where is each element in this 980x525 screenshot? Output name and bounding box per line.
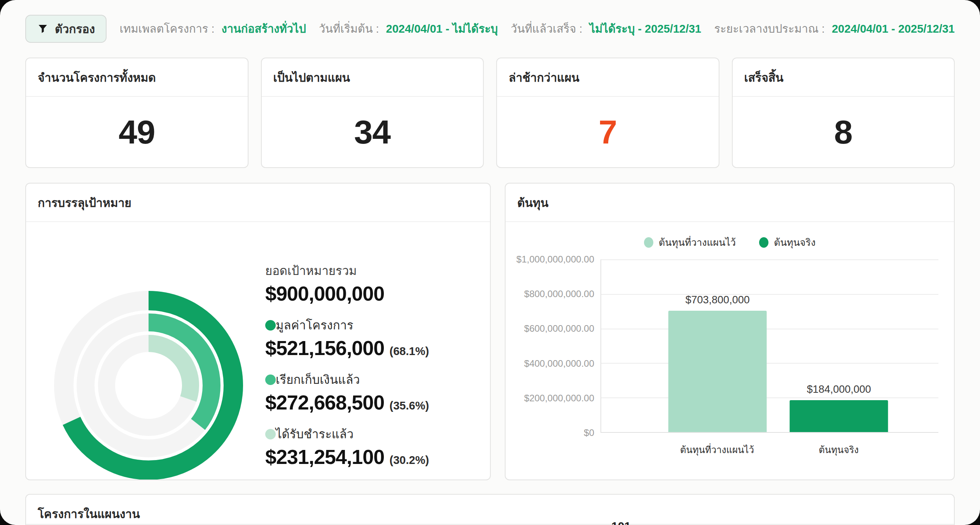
bottom-panel-title: โครงการในแผนงาน bbox=[26, 495, 954, 525]
cost-panel-title: ต้นทุน bbox=[506, 184, 954, 222]
filter-field-value[interactable]: งานก่อสร้างทั่วไป bbox=[221, 20, 306, 38]
stat-card-on-plan: เป็นไปตามแผน 34 bbox=[261, 58, 484, 168]
bar-0 bbox=[668, 311, 767, 432]
legend-dot bbox=[644, 237, 653, 248]
goal-total-label: ยอดเป้าหมายรวม bbox=[265, 261, 483, 280]
y-tick-label: $0 bbox=[584, 427, 594, 438]
y-tick-label: $800,000,000.00 bbox=[524, 289, 594, 299]
gridline bbox=[601, 329, 938, 329]
partial-count: 101 bbox=[611, 520, 631, 525]
goal-total-entry: ยอดเป้าหมายรวม $900,000,000 bbox=[265, 261, 483, 305]
goal-entry-project-value: มูลค่าโครงการ $521,156,000 (68.1%) bbox=[265, 315, 483, 360]
legend-dot bbox=[265, 429, 276, 439]
gridline bbox=[601, 363, 938, 364]
goal-entry-label: มูลค่าโครงการ bbox=[276, 315, 354, 335]
goal-total-value: $900,000,000 bbox=[265, 282, 483, 305]
stat-cards-row: จำนวนโครงการทั้งหมด 49 เป็นไปตามแผน 34 ล… bbox=[25, 58, 955, 168]
goal-entry-percent: (30.2%) bbox=[390, 454, 429, 466]
stat-card-total-projects: จำนวนโครงการทั้งหมด 49 bbox=[25, 58, 248, 168]
filter-field-label: วันที่แล้วเสร็จ : bbox=[511, 20, 582, 38]
dashboard-root: ตัวกรอง เทมเพลตโครงการ : งานก่อสร้างทั่ว… bbox=[0, 0, 980, 525]
y-tick-label: $200,000,000.00 bbox=[524, 393, 594, 404]
filter-field-label: เทมเพลตโครงการ : bbox=[119, 20, 214, 38]
stat-card-title: จำนวนโครงการทั้งหมด bbox=[26, 58, 248, 97]
goal-entry-label: ได้รับชำระแล้ว bbox=[276, 424, 354, 444]
goal-donut-chart bbox=[47, 284, 250, 480]
gridline bbox=[601, 259, 938, 260]
filter-button-label: ตัวกรอง bbox=[55, 20, 95, 38]
stat-card-value: 8 bbox=[834, 113, 852, 151]
cost-bar-plot: $703,800,000$184,000,000 bbox=[600, 259, 938, 433]
goal-entry-value: $521,156,000 (68.1%) bbox=[265, 336, 483, 360]
legend-dot bbox=[265, 374, 276, 385]
cost-legend: ต้นทุนที่วางแผนไว้ ต้นทุนจริง bbox=[506, 234, 954, 250]
x-axis-label: ต้นทุนที่วางแผนไว้ bbox=[680, 442, 754, 457]
stat-card-title: เสร็จสิ้น bbox=[733, 58, 954, 97]
cost-bar-yaxis: $1,000,000,000.00$800,000,000.00$600,000… bbox=[517, 259, 594, 433]
bar-value-label: $184,000,000 bbox=[807, 383, 871, 396]
gridline bbox=[601, 294, 938, 295]
funnel-icon bbox=[37, 23, 49, 35]
stat-card-title: เป็นไปตามแผน bbox=[262, 58, 483, 97]
goal-entry-paid: ได้รับชำระแล้ว $231,254,100 (30.2%) bbox=[265, 424, 483, 469]
goal-achievement-panel: การบรรลุเป้าหมาย ยอดเป้าหมายรวม $900,000… bbox=[25, 183, 491, 480]
goal-entry-value: $272,668,500 (35.6%) bbox=[265, 391, 483, 414]
goal-entry-billed: เรียกเก็บเงินแล้ว $272,668,500 (35.6%) bbox=[265, 370, 483, 414]
cost-panel: ต้นทุน ต้นทุนที่วางแผนไว้ ต้นทุนจริง $1,… bbox=[505, 183, 955, 480]
cost-legend-label: ต้นทุนจริง bbox=[774, 234, 816, 250]
cost-legend-planned: ต้นทุนที่วางแผนไว้ bbox=[644, 234, 736, 250]
goal-panel-title: การบรรลุเป้าหมาย bbox=[26, 184, 490, 222]
filter-field-template: เทมเพลตโครงการ : งานก่อสร้างทั่วไป bbox=[119, 20, 306, 38]
projects-in-plan-panel: โครงการในแผนงาน 101 bbox=[25, 494, 955, 525]
filter-bar: ตัวกรอง เทมเพลตโครงการ : งานก่อสร้างทั่ว… bbox=[25, 14, 955, 44]
stat-card-value: 34 bbox=[354, 113, 390, 151]
stat-card-title: ล่าช้ากว่าแผน bbox=[497, 58, 719, 97]
goal-entry-percent: (68.1%) bbox=[390, 345, 429, 357]
cost-legend-actual: ต้นทุนจริง bbox=[759, 234, 816, 250]
y-tick-label: $600,000,000.00 bbox=[524, 323, 594, 334]
filter-field-value[interactable]: 2024/04/01 - 2025/12/31 bbox=[832, 23, 955, 35]
filter-field-value[interactable]: ไม่ได้ระบุ - 2025/12/31 bbox=[590, 20, 702, 38]
x-axis-label: ต้นทุนจริง bbox=[819, 442, 859, 457]
stat-card-value: 49 bbox=[119, 113, 155, 151]
stat-card-value: 7 bbox=[598, 113, 617, 151]
filter-field-label: วันที่เริ่มต้น : bbox=[319, 20, 379, 38]
filter-field-budget-period: ระยะเวลางบประมาณ : 2024/04/01 - 2025/12/… bbox=[714, 20, 955, 38]
cost-bar-chart: $1,000,000,000.00$800,000,000.00$600,000… bbox=[517, 259, 938, 433]
legend-dot bbox=[265, 320, 276, 331]
bar-1 bbox=[790, 400, 888, 432]
goal-legend: ยอดเป้าหมายรวม $900,000,000 มูลค่าโครงกา… bbox=[265, 261, 483, 479]
filter-field-start-date: วันที่เริ่มต้น : 2024/04/01 - ไม่ได้ระบุ bbox=[319, 20, 498, 38]
filter-field-end-date: วันที่แล้วเสร็จ : ไม่ได้ระบุ - 2025/12/3… bbox=[511, 20, 701, 38]
filter-button[interactable]: ตัวกรอง bbox=[25, 15, 107, 43]
cost-bar-xaxis: ต้นทุนที่วางแผนไว้ต้นทุนจริง bbox=[600, 433, 938, 460]
stat-card-delayed: ล่าช้ากว่าแผน 7 bbox=[496, 58, 719, 168]
middle-row: การบรรลุเป้าหมาย ยอดเป้าหมายรวม $900,000… bbox=[25, 183, 955, 480]
filter-field-value[interactable]: 2024/04/01 - ไม่ได้ระบุ bbox=[386, 20, 498, 38]
goal-entry-label: เรียกเก็บเงินแล้ว bbox=[276, 370, 360, 389]
y-tick-label: $400,000,000.00 bbox=[524, 358, 594, 369]
cost-legend-label: ต้นทุนที่วางแผนไว้ bbox=[659, 234, 736, 250]
goal-entry-value: $231,254,100 (30.2%) bbox=[265, 445, 483, 469]
filter-field-label: ระยะเวลางบประมาณ : bbox=[714, 20, 825, 38]
bar-value-label: $703,800,000 bbox=[686, 294, 750, 306]
y-tick-label: $1,000,000,000.00 bbox=[516, 254, 594, 265]
stat-card-finished: เสร็จสิ้น 8 bbox=[732, 58, 955, 168]
goal-entry-percent: (35.6%) bbox=[390, 399, 429, 412]
gridline bbox=[601, 397, 938, 398]
legend-dot bbox=[759, 237, 768, 248]
